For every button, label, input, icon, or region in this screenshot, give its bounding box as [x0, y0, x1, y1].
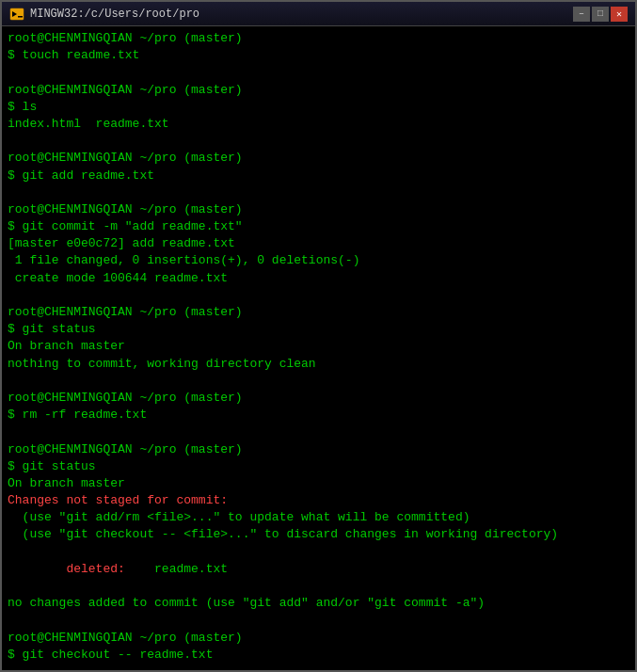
- maximize-button[interactable]: □: [592, 7, 609, 22]
- terminal-line: no changes added to commit (use "git add…: [8, 595, 629, 612]
- window-controls: – □ ✕: [573, 7, 628, 22]
- terminal-line: (use "git checkout -- <file>..." to disc…: [8, 526, 629, 543]
- terminal-line: $ git status: [8, 321, 629, 338]
- terminal-line: Changes not staged for commit:: [8, 492, 629, 509]
- title-bar-left: MINGW32:/c/Users/root/pro: [9, 7, 199, 22]
- terminal-line: $ git commit -m "add readme.txt": [8, 218, 629, 235]
- terminal-line: [master e0e0c72] add readme.txt: [8, 235, 629, 252]
- terminal-line: root@CHENMINGQIAN ~/pro (master): [8, 150, 629, 167]
- terminal-line: On branch master: [8, 338, 629, 355]
- terminal-window: MINGW32:/c/Users/root/pro – □ ✕ root@CHE…: [0, 0, 637, 672]
- terminal-line: $ git status: [8, 458, 629, 475]
- terminal-line: $ rm -rf readme.txt: [8, 407, 629, 424]
- terminal-body[interactable]: root@CHENMINGQIAN ~/pro (master)$ touch …: [2, 26, 635, 670]
- terminal-line: root@CHENMINGQIAN ~/pro (master): [8, 304, 629, 321]
- terminal-icon: [9, 7, 24, 22]
- terminal-line: root@CHENMINGQIAN ~/pro (master): [8, 30, 629, 47]
- terminal-line: root@CHENMINGQIAN ~/pro (master): [8, 441, 629, 458]
- title-bar: MINGW32:/c/Users/root/pro – □ ✕: [2, 2, 635, 26]
- terminal-line: root@CHENMINGQIAN ~/pro (master): [8, 390, 629, 407]
- window-title: MINGW32:/c/Users/root/pro: [30, 8, 199, 21]
- terminal-line: root@CHENMINGQIAN ~/pro (master): [8, 630, 629, 647]
- terminal-line: $ git add readme.txt: [8, 168, 629, 184]
- minimize-button[interactable]: –: [573, 7, 590, 22]
- terminal-line: index.html readme.txt: [8, 116, 629, 133]
- terminal-line: $ git checkout -- readme.txt: [8, 647, 629, 664]
- terminal-line: deleted: readme.txt: [8, 561, 629, 578]
- terminal-line: create mode 100644 readme.txt: [8, 270, 629, 287]
- terminal-line: (use "git add/rm <file>..." to update wh…: [8, 509, 629, 526]
- terminal-line: nothing to commit, working directory cle…: [8, 356, 629, 373]
- close-button[interactable]: ✕: [611, 7, 628, 22]
- svg-rect-2: [18, 16, 23, 18]
- terminal-line: $ ls: [8, 99, 629, 116]
- terminal-line: 1 file changed, 0 insertions(+), 0 delet…: [8, 252, 629, 269]
- terminal-line: $ touch readme.txt: [8, 47, 629, 64]
- terminal-line: root@CHENMINGQIAN ~/pro (master): [8, 82, 629, 99]
- terminal-line: On branch master: [8, 475, 629, 492]
- terminal-line: root@CHENMINGQIAN ~/pro (master): [8, 201, 629, 218]
